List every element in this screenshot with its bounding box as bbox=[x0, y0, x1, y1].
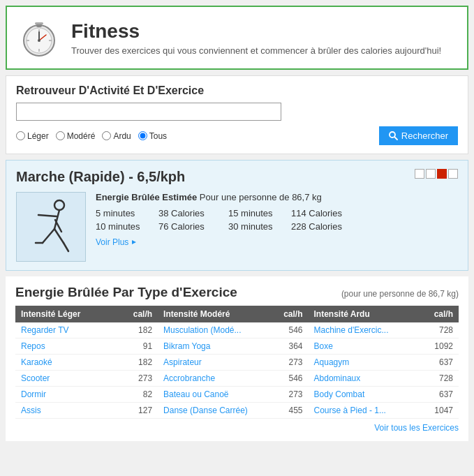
cell-modere-3[interactable]: Accrobranche bbox=[158, 371, 269, 387]
svg-point-11 bbox=[38, 39, 40, 42]
cell-ardu-3[interactable]: Abdominaux bbox=[309, 371, 420, 387]
cell-ardu-1[interactable]: Boxe bbox=[309, 339, 420, 355]
col-header-ardu: Intensité Ardu bbox=[309, 306, 420, 322]
table-row: Karaoké 182 Aspirateur 273 Aquagym 637 bbox=[15, 355, 459, 371]
exercise-image bbox=[16, 192, 86, 262]
svg-marker-22 bbox=[132, 240, 136, 244]
cell-modere-1[interactable]: Bikram Yoga bbox=[158, 339, 269, 355]
cell-calh-modere-4: 273 bbox=[269, 387, 309, 403]
cell-modere-2[interactable]: Aspirateur bbox=[158, 355, 269, 371]
exercise-feature-header: Marche (Rapide) - 6,5/kph bbox=[16, 169, 458, 185]
energy-section-header: Energie Brûlée Par Type d'Exercice (pour… bbox=[15, 285, 459, 300]
cell-calh-ardu-5: 1047 bbox=[419, 403, 459, 419]
cell-calh-ardu-1: 1092 bbox=[419, 339, 459, 355]
calorie-grid: 5 minutes 38 Calories 15 minutes 114 Cal… bbox=[96, 208, 458, 232]
table-row: Repos 91 Bikram Yoga 364 Boxe 1092 bbox=[15, 339, 459, 355]
cell-calh-ardu-4: 637 bbox=[419, 387, 459, 403]
header-text: Fitness Trouver des exercices qui vous c… bbox=[71, 20, 441, 57]
cell-leger-5[interactable]: Assis bbox=[15, 403, 118, 419]
col-header-leger: Intensité Léger bbox=[15, 306, 118, 322]
cell-modere-4[interactable]: Bateau ou Canoë bbox=[158, 387, 269, 403]
exercise-feature-section: Marche (Rapide) - 6,5/kph bbox=[6, 160, 468, 271]
exercise-energy-title: Energie Brûlée Estimée Pour une personne… bbox=[96, 192, 458, 202]
cell-calh-leger-1: 91 bbox=[118, 339, 158, 355]
energy-section-subtitle: (pour une personne de 86,7 kg) bbox=[341, 289, 459, 299]
nav-next-icon[interactable] bbox=[448, 169, 458, 179]
voir-tous-section: Voir tous les Exercices bbox=[15, 423, 459, 433]
nav-icon-2[interactable] bbox=[426, 169, 436, 179]
radio-modere[interactable]: Modéré bbox=[56, 131, 96, 141]
search-input[interactable] bbox=[16, 103, 281, 121]
cell-leger-0[interactable]: Regarder TV bbox=[15, 322, 118, 339]
cell-leger-3[interactable]: Scooter bbox=[15, 371, 118, 387]
search-button[interactable]: Rechercher bbox=[379, 126, 458, 145]
page-subtitle: Trouver des exercices qui vous convienne… bbox=[71, 45, 441, 56]
cell-calh-leger-4: 82 bbox=[118, 387, 158, 403]
duration-1: 5 minutes bbox=[96, 208, 158, 218]
search-title: Retrouveur D'Activité Et D'Exercice bbox=[16, 84, 458, 97]
table-header-row: Intensité Léger cal/h Intensité Modéré c… bbox=[15, 306, 459, 322]
walker-icon bbox=[23, 195, 79, 258]
cell-calh-ardu-0: 728 bbox=[419, 322, 459, 339]
intensity-radio-group: Léger Modéré Ardu Tous bbox=[16, 131, 371, 141]
exercise-content: Energie Brûlée Estimée Pour une personne… bbox=[16, 192, 458, 262]
table-body: Regarder TV 182 Musculation (Modé... 546… bbox=[15, 322, 459, 419]
cals-4: 228 Calories bbox=[291, 221, 361, 232]
search-controls: Léger Modéré Ardu Tous Rechercher bbox=[16, 126, 458, 145]
table-row: Assis 127 Danse (Danse Carrée) 455 Cours… bbox=[15, 403, 459, 419]
cell-leger-1[interactable]: Repos bbox=[15, 339, 118, 355]
cell-ardu-5[interactable]: Course à Pied - 1... bbox=[309, 403, 420, 419]
cell-modere-0[interactable]: Musculation (Modé... bbox=[158, 322, 269, 339]
radio-modere-label: Modéré bbox=[67, 131, 96, 141]
svg-point-14 bbox=[54, 200, 64, 210]
search-button-label: Rechercher bbox=[401, 131, 448, 141]
duration-2: 15 minutes bbox=[228, 208, 291, 218]
radio-modere-input[interactable] bbox=[56, 131, 65, 140]
radio-tous-input[interactable] bbox=[138, 131, 147, 140]
energy-section: Energie Brûlée Par Type d'Exercice (pour… bbox=[6, 276, 468, 441]
radio-leger-input[interactable] bbox=[16, 131, 25, 140]
svg-line-13 bbox=[394, 137, 397, 140]
radio-ardu-input[interactable] bbox=[102, 131, 111, 140]
page-title: Fitness bbox=[71, 20, 441, 43]
cell-calh-modere-5: 455 bbox=[269, 403, 309, 419]
col-header-calh3: cal/h bbox=[419, 306, 459, 322]
cell-calh-leger-3: 273 bbox=[118, 371, 158, 387]
header-section: Fitness Trouver des exercices qui vous c… bbox=[6, 6, 468, 70]
cell-calh-modere-2: 273 bbox=[269, 355, 309, 371]
cell-ardu-4[interactable]: Body Combat bbox=[309, 387, 420, 403]
cell-calh-modere-3: 546 bbox=[269, 371, 309, 387]
voir-plus-link[interactable]: Voir Plus bbox=[96, 237, 458, 247]
radio-tous[interactable]: Tous bbox=[138, 131, 167, 141]
radio-leger-label: Léger bbox=[27, 131, 49, 141]
svg-line-18 bbox=[43, 229, 54, 243]
cell-calh-leger-0: 182 bbox=[118, 322, 158, 339]
cell-ardu-0[interactable]: Machine d'Exercic... bbox=[309, 322, 420, 339]
voir-plus-label: Voir Plus bbox=[96, 237, 128, 247]
nav-prev-icon[interactable] bbox=[415, 169, 424, 179]
exercise-feature-title: Marche (Rapide) - 6,5/kph bbox=[16, 169, 185, 185]
nav-icon-active[interactable] bbox=[437, 169, 447, 179]
arrow-right-icon bbox=[131, 239, 138, 246]
svg-line-16 bbox=[38, 215, 57, 216]
cell-leger-2[interactable]: Karaoké bbox=[15, 355, 118, 371]
radio-ardu-label: Ardu bbox=[113, 131, 131, 141]
cell-calh-modere-0: 546 bbox=[269, 322, 309, 339]
svg-line-20 bbox=[54, 229, 64, 243]
duration-4: 30 minutes bbox=[228, 221, 291, 232]
energy-section-title: Energie Brûlée Par Type d'Exercice bbox=[15, 285, 237, 300]
cell-calh-ardu-3: 728 bbox=[419, 371, 459, 387]
col-header-calh2: cal/h bbox=[269, 306, 309, 322]
col-header-calh1: cal/h bbox=[118, 306, 158, 322]
table-row: Dormir 82 Bateau ou Canoë 273 Body Comba… bbox=[15, 387, 459, 403]
cell-ardu-2[interactable]: Aquagym bbox=[309, 355, 420, 371]
voir-tous-link[interactable]: Voir tous les Exercices bbox=[374, 423, 459, 433]
radio-leger[interactable]: Léger bbox=[16, 131, 49, 141]
table-row: Regarder TV 182 Musculation (Modé... 546… bbox=[15, 322, 459, 339]
cell-modere-5[interactable]: Danse (Danse Carrée) bbox=[158, 403, 269, 419]
fitness-icon bbox=[17, 15, 61, 60]
radio-ardu[interactable]: Ardu bbox=[102, 131, 131, 141]
energy-table: Intensité Léger cal/h Intensité Modéré c… bbox=[15, 306, 459, 419]
duration-3: 10 minutes bbox=[96, 221, 158, 232]
cell-leger-4[interactable]: Dormir bbox=[15, 387, 118, 403]
